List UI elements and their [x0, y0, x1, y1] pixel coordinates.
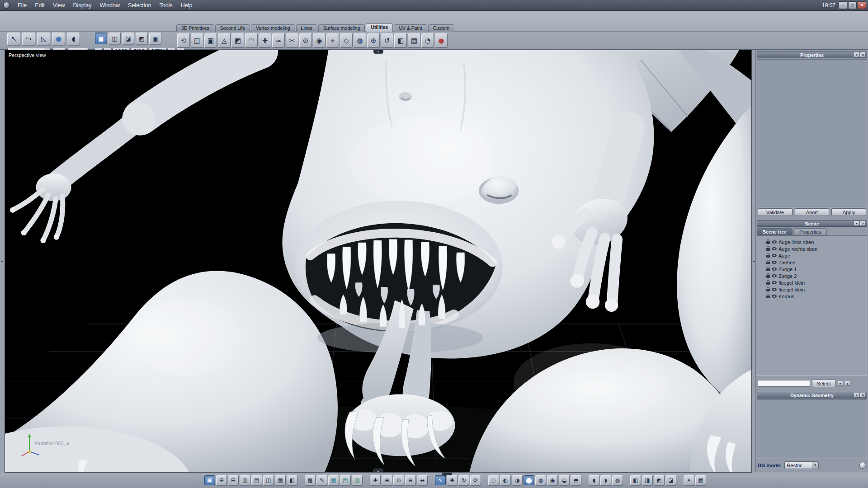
uv-grid-icon[interactable]: ▦ [328, 475, 339, 485]
panel-close-icon[interactable]: ✕ [860, 393, 866, 398]
collapse-right-icon[interactable]: ◄ [752, 259, 755, 263]
pan-view-icon[interactable]: ✚ [370, 475, 381, 485]
abort-button[interactable]: Abort [795, 208, 830, 216]
taper-tool-icon[interactable]: ◬ [218, 33, 231, 47]
select-down-icon[interactable]: ▾ [838, 381, 843, 386]
ribbon-tab[interactable]: Utilities [366, 23, 393, 32]
scene-tree-item[interactable]: Auge [760, 252, 867, 259]
pivot-display-icon[interactable]: ◩ [654, 475, 665, 485]
ribbon-tab[interactable]: UV & Paint [394, 24, 427, 32]
scene-tree-item[interactable]: fluegel klein [760, 286, 867, 293]
wireframe-shade-icon[interactable]: ◌ [488, 475, 499, 485]
zoom-in-icon[interactable]: ⊕ [382, 475, 392, 485]
scene-tree-item[interactable]: Zaehne [760, 259, 867, 266]
reset-transform-tool-icon[interactable]: ↺ [381, 33, 393, 47]
layout-three-left-icon[interactable]: ▤ [251, 475, 262, 485]
layout-split-icon[interactable]: ◧ [287, 475, 297, 485]
normals-display-icon[interactable]: ◪ [665, 475, 676, 485]
menu-item[interactable]: Selection [124, 0, 155, 10]
perspective-viewport[interactable]: Perspective view mutation 003_a ▼ ▲ [5, 50, 752, 473]
lock-icon[interactable] [766, 282, 770, 285]
scene-panel-tab[interactable]: Scene tree [757, 228, 793, 235]
face-mode-icon[interactable]: ◪ [122, 33, 134, 44]
apply-button[interactable]: Apply [831, 208, 866, 216]
material-shade-icon[interactable]: ◉ [547, 475, 558, 485]
dissolve-tool-icon[interactable]: ⊘ [299, 33, 312, 47]
menu-item[interactable]: File [14, 0, 31, 10]
visibility-icon[interactable] [772, 240, 777, 244]
textured-shade-icon[interactable]: ◍ [535, 475, 546, 485]
panel-close-icon[interactable]: ✕ [860, 221, 866, 226]
xray-shade-icon[interactable]: ◓ [571, 475, 581, 485]
flat-shade-icon[interactable]: ◐ [500, 475, 511, 485]
pan-hand-icon[interactable]: ↪ [22, 33, 35, 45]
layout-two-horizontal-icon[interactable]: ⊟ [228, 475, 239, 485]
light-icon[interactable]: ☀ [684, 475, 694, 485]
dg-mode-dropdown[interactable]: Restric... ▾ [784, 461, 819, 469]
panel-collapse-icon[interactable]: ▾ [854, 393, 859, 398]
snap-tool-icon[interactable]: ⌖ [326, 33, 339, 47]
layout-two-vertical-icon[interactable]: ▥ [240, 475, 250, 485]
ribbon-tab[interactable]: Second Life [215, 24, 250, 32]
target-weld-tool-icon[interactable]: ◉ [313, 33, 326, 47]
ribbon-tab[interactable]: Lines [296, 24, 317, 32]
cut-tool-icon[interactable]: ✂ [286, 33, 298, 47]
backface-icon[interactable]: ◗ [600, 475, 611, 485]
roll-view-icon[interactable]: ⟳ [470, 475, 481, 485]
orbit-view-icon[interactable]: ↻ [458, 475, 469, 485]
split-shade-icon[interactable]: ◖ [589, 475, 599, 485]
panel-collapse-icon[interactable]: ▾ [854, 52, 859, 57]
lock-icon[interactable] [766, 241, 770, 244]
menu-item[interactable]: Display [69, 0, 96, 10]
bend-tool-icon[interactable]: ◠ [245, 33, 258, 47]
dropdown-arrow-icon[interactable]: ▾ [812, 462, 818, 469]
ribbon-tab[interactable]: Surface modeling [318, 24, 365, 32]
3d-scene[interactable] [5, 50, 751, 472]
visibility-icon[interactable] [772, 274, 777, 277]
environment-sphere-icon[interactable]: ◍ [612, 475, 623, 485]
ribbon-tab[interactable]: Vertex modeling [251, 24, 295, 32]
shear-tool-icon[interactable]: ◩ [231, 33, 244, 47]
lock-icon[interactable] [766, 289, 770, 291]
lock-icon[interactable] [766, 262, 770, 264]
sweep-tool-icon[interactable]: ◔ [421, 33, 434, 47]
close-button[interactable]: ✕ [858, 1, 866, 9]
mirror-tool-icon[interactable]: ◫ [191, 33, 203, 47]
wire-grid-icon[interactable]: ▤ [340, 475, 351, 485]
scene-panel-tab[interactable]: Properties [793, 228, 827, 235]
visibility-icon[interactable] [772, 261, 777, 264]
lock-icon[interactable] [766, 275, 770, 278]
menu-item[interactable]: Edit [31, 0, 49, 10]
zoom-out-icon[interactable]: ⊖ [405, 475, 416, 485]
expand-left-icon[interactable]: ► [1, 259, 3, 263]
smooth-shade-icon[interactable]: ◑ [512, 475, 523, 485]
menu-item[interactable]: Window [96, 0, 124, 10]
ghost-shade-icon[interactable]: ◒ [559, 475, 570, 485]
fit-view-icon[interactable]: ↔ [417, 475, 428, 485]
minimize-button[interactable]: − [839, 1, 847, 9]
lock-icon[interactable] [766, 255, 770, 258]
lock-icon[interactable] [766, 296, 770, 298]
paint-select-icon[interactable]: ● [52, 33, 65, 45]
copy-on-support-tool-icon[interactable]: ▣ [204, 33, 217, 47]
layout-grid-icon[interactable]: ▦ [275, 475, 286, 485]
scene-tree-item[interactable]: Zunge 1 [760, 266, 867, 272]
select-arrow-icon[interactable]: ↖ [7, 33, 20, 45]
lattice-tool-icon[interactable]: ◇ [340, 33, 353, 47]
dg-sphere-icon[interactable] [859, 462, 866, 469]
zoom-extents-icon[interactable]: ⊙ [393, 475, 404, 485]
panel-close-icon[interactable]: ✕ [860, 52, 866, 57]
material-ball-icon[interactable]: ● [435, 33, 448, 47]
ribbon-tab[interactable]: 3D Primitives [176, 24, 214, 32]
symmetry-tool-icon[interactable]: ⟲ [177, 33, 190, 47]
menu-item[interactable]: Help [177, 0, 197, 10]
properties-panel-header[interactable]: Properties ▾✕ [757, 52, 867, 58]
move-view-icon[interactable]: ✚ [447, 475, 458, 485]
object-mode-icon[interactable]: ◩ [136, 33, 148, 44]
menu-item[interactable]: Tools [155, 0, 176, 10]
scene-tree-item[interactable]: Auge links oben [760, 239, 867, 245]
edge-mode-icon[interactable]: ◫ [108, 33, 121, 44]
subdivide-tool-icon[interactable]: ◍ [354, 33, 366, 47]
ruler-tool-icon[interactable]: ▤ [408, 33, 420, 47]
box-display-icon[interactable]: ◧ [630, 475, 641, 485]
